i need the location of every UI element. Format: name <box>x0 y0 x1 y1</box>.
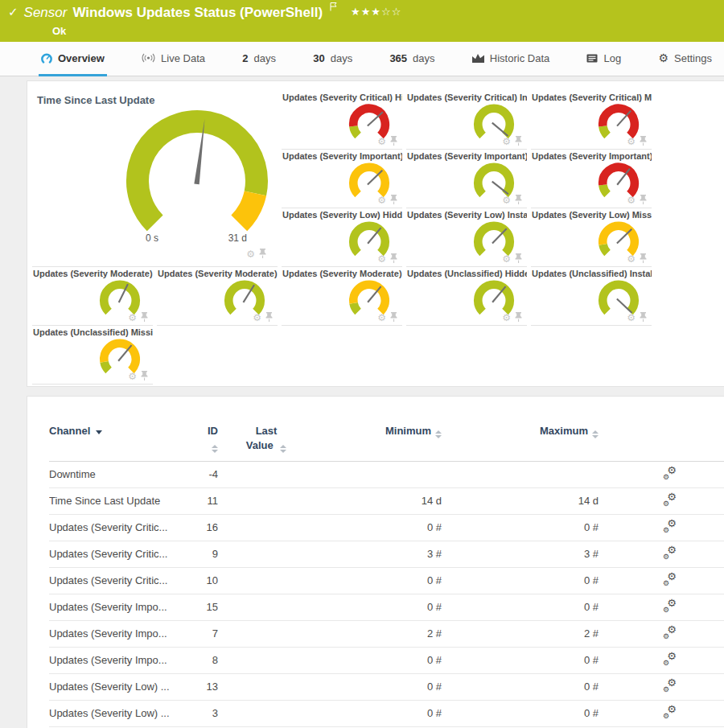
pin-icon[interactable] <box>515 253 522 265</box>
channel-last-value <box>218 647 315 673</box>
gauge-tile-title: Updates (Severity Low) Hidden <box>282 208 402 220</box>
column-header-maximum[interactable]: Maximum <box>442 417 599 461</box>
tab-2-days[interactable]: 2days <box>240 42 278 76</box>
gauge-tile-title: Updates (Severity Important) ... <box>282 150 402 161</box>
pin-icon[interactable] <box>390 312 397 323</box>
live-data-icon <box>142 53 155 63</box>
channel-last-value <box>218 514 315 541</box>
gauge-tile-title: Updates (Unclassified) Hidden <box>406 267 527 278</box>
pin-icon[interactable] <box>390 253 397 265</box>
channel-maximum: 0 # <box>442 700 599 726</box>
channel-name: Downtime <box>49 461 198 487</box>
edit-channel-icon[interactable]: ⚙⚙ <box>663 493 677 506</box>
sort-icon <box>280 445 286 453</box>
flag-icon[interactable] <box>330 0 337 15</box>
channel-maximum: 2 # <box>442 620 599 647</box>
pin-icon[interactable] <box>515 136 522 147</box>
channel-id: 16 <box>198 514 218 541</box>
gear-icon[interactable]: ⚙ <box>502 313 511 323</box>
column-header-minimum[interactable]: Minimum <box>315 417 442 461</box>
table-row: Updates (Severity Low) ...30 #0 #⚙⚙ <box>49 700 724 726</box>
main-gauge-max-label: 31 d <box>228 232 247 244</box>
edit-channel-icon[interactable]: ⚙⚙ <box>663 520 677 533</box>
pin-icon[interactable] <box>515 195 522 206</box>
pin-icon[interactable] <box>390 136 397 147</box>
gear-icon[interactable]: ⚙ <box>246 249 255 259</box>
pin-icon[interactable] <box>640 195 647 206</box>
gear-icon[interactable]: ⚙ <box>128 313 137 323</box>
gauge-tile-title: Updates (Severity Critical) Hi... <box>282 91 402 102</box>
channel-id: -4 <box>198 461 218 487</box>
channel-id: 10 <box>198 567 218 594</box>
channel-name: Updates (Severity Critic... <box>49 541 198 567</box>
pin-icon[interactable] <box>265 312 273 323</box>
tab-historic-data[interactable]: Historic Data <box>470 42 552 76</box>
tab-overview[interactable]: Overview <box>39 42 107 76</box>
edit-channel-icon[interactable]: ⚙⚙ <box>663 705 677 718</box>
gauge-grid: Time Since Last Update 0 s 31 d ⚙ Update… <box>32 91 721 385</box>
priority-stars[interactable]: ★★★☆☆ <box>351 6 401 18</box>
edit-channel-icon[interactable]: ⚙⚙ <box>663 573 677 586</box>
table-row: Updates (Severity Low) ...130 #0 #⚙⚙ <box>49 673 724 700</box>
gear-icon[interactable]: ⚙ <box>502 137 511 146</box>
channel-name: Updates (Severity Low) ... <box>49 700 198 726</box>
gauge-tile: Updates (Severity Critical) Ins...⚙ <box>406 91 527 150</box>
gear-icon[interactable]: ⚙ <box>377 195 386 205</box>
pin-icon[interactable] <box>141 371 148 382</box>
channel-last-value <box>218 673 315 700</box>
tab-30-days[interactable]: 30days <box>311 42 355 76</box>
settings-icon: ⚙ <box>658 52 668 64</box>
edit-channel-icon[interactable]: ⚙⚙ <box>663 626 677 639</box>
main-gauge-dial <box>117 105 278 252</box>
gear-icon[interactable]: ⚙ <box>627 137 636 146</box>
gauge-tile: Updates (Severity Low) Missi...⚙ <box>531 208 652 267</box>
edit-channel-icon[interactable]: ⚙⚙ <box>663 679 677 692</box>
column-header-id[interactable]: ID <box>198 417 218 461</box>
pin-icon[interactable] <box>640 253 647 265</box>
pin-icon[interactable] <box>515 312 522 323</box>
channel-name: Updates (Severity Low) ... <box>49 673 198 700</box>
gauge-icon <box>41 53 52 64</box>
gear-icon[interactable]: ⚙ <box>502 195 511 205</box>
tab-settings[interactable]: ⚙Settings <box>656 42 714 76</box>
historic-data-icon <box>472 53 484 63</box>
channel-minimum: 0 # <box>315 647 442 673</box>
channel-last-value <box>218 487 315 514</box>
gauge-tile: Updates (Severity Low) Hidden⚙ <box>282 208 402 267</box>
gear-icon[interactable]: ⚙ <box>253 313 261 323</box>
pin-icon[interactable] <box>640 312 647 323</box>
tab-live-data[interactable]: Live Data <box>139 42 208 76</box>
gear-icon[interactable]: ⚙ <box>128 372 137 381</box>
column-header-last-value[interactable]: LastValue <box>218 417 315 461</box>
pin-icon[interactable] <box>259 249 266 260</box>
table-row: Updates (Severity Critic...160 #0 #⚙⚙ <box>49 514 724 541</box>
gear-icon[interactable]: ⚙ <box>627 195 636 205</box>
gauge-tile: Updates (Severity Moderate) ...⚙ <box>282 267 402 326</box>
channel-id: 13 <box>198 673 218 700</box>
gear-icon[interactable]: ⚙ <box>377 137 386 146</box>
gauge-tile: Updates (Severity Critical) Mi...⚙ <box>531 91 652 150</box>
tab-365-days[interactable]: 365days <box>387 42 437 76</box>
pin-icon[interactable] <box>390 195 397 206</box>
gauge-tile: Updates (Severity Low) Install...⚙ <box>406 208 527 267</box>
edit-channel-icon[interactable]: ⚙⚙ <box>663 652 677 665</box>
gear-icon[interactable]: ⚙ <box>627 313 636 323</box>
channel-name: Updates (Severity Impo... <box>49 594 198 620</box>
channel-last-value <box>218 620 315 647</box>
column-header-channel[interactable]: Channel <box>49 417 198 461</box>
pin-icon[interactable] <box>141 312 148 323</box>
gauge-tile-title: Updates (Severity Low) Install... <box>406 208 527 220</box>
pin-icon[interactable] <box>640 136 647 147</box>
table-row: Updates (Severity Critic...100 #0 #⚙⚙ <box>49 567 724 594</box>
tab-log[interactable]: Log <box>584 42 623 76</box>
main-gauge-min-label: 0 s <box>146 232 158 244</box>
edit-channel-icon[interactable]: ⚙⚙ <box>663 599 677 612</box>
gear-icon[interactable]: ⚙ <box>502 254 511 264</box>
gear-icon[interactable]: ⚙ <box>377 254 386 264</box>
channel-id: 15 <box>198 594 218 620</box>
edit-channel-icon[interactable]: ⚙⚙ <box>663 546 677 559</box>
gear-icon[interactable]: ⚙ <box>627 254 636 264</box>
gear-icon[interactable]: ⚙ <box>377 313 386 323</box>
channel-last-value <box>218 541 315 567</box>
edit-channel-icon[interactable]: ⚙⚙ <box>663 467 677 479</box>
